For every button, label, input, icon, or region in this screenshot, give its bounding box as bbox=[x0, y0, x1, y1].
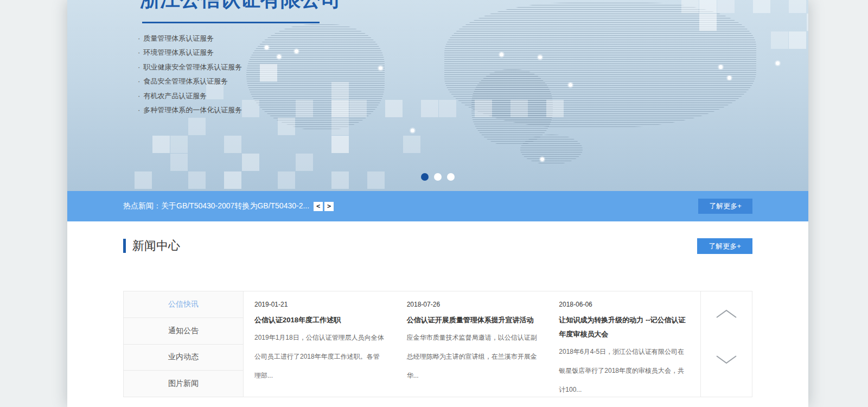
mosaic-square-icon bbox=[331, 100, 349, 117]
carousel-dot[interactable] bbox=[421, 173, 429, 181]
tab-label: 图片新闻 bbox=[168, 379, 199, 389]
carousel-dots bbox=[67, 173, 808, 181]
mosaic-square-icon bbox=[717, 0, 735, 13]
hero-banner: 浙江公信认证有限公司 ·质量管理体系认证服务·环境管理体系认证服务·职业健康安全… bbox=[67, 0, 808, 191]
bullet-icon: · bbox=[138, 106, 140, 114]
mosaic-square-icon bbox=[224, 136, 241, 153]
map-marker-icon bbox=[295, 49, 298, 53]
mosaic-square-icon bbox=[331, 136, 349, 153]
mosaic-square-icon bbox=[331, 118, 349, 135]
mosaic-square-icon bbox=[681, 0, 699, 13]
mosaic-square-icon bbox=[349, 100, 367, 117]
map-marker-icon bbox=[538, 55, 542, 59]
scroll-up-button[interactable] bbox=[716, 309, 737, 318]
news-title: 公信认证开展质量管理体系提升宣讲活动 bbox=[407, 313, 538, 327]
page: 浙江公信认证有限公司 ·质量管理体系认证服务·环境管理体系认证服务·职业健康安全… bbox=[67, 0, 808, 407]
ticker-more-button[interactable]: 了解更多+ bbox=[698, 199, 752, 214]
map-marker-icon bbox=[379, 66, 382, 70]
service-item: ·食品安全管理体系认证服务 bbox=[138, 74, 242, 88]
mosaic-square-icon bbox=[278, 118, 295, 135]
mosaic-square-icon bbox=[439, 100, 456, 117]
mosaic-square-icon bbox=[421, 100, 438, 117]
news-section: 新闻中心 了解更多+ 公信快讯 通知公告 业内动态 图片新闻 2019-01-2… bbox=[67, 238, 808, 397]
news-excerpt: 2018年6月4-5日，浙江公信认证有限公司在银星饭店举行了2018年度的审核员… bbox=[559, 342, 690, 397]
ticker-next-button[interactable]: > bbox=[324, 202, 334, 211]
service-item: ·环境管理体系认证服务 bbox=[138, 46, 242, 60]
mosaic-square-icon bbox=[403, 136, 420, 153]
service-label: 食品安全管理体系认证服务 bbox=[143, 77, 228, 85]
news-item[interactable]: 2019-01-21 公信认证2018年度工作述职 2019年1月18日，公信认… bbox=[244, 291, 396, 397]
section-title: 新闻中心 bbox=[132, 238, 180, 254]
news-tab[interactable]: 业内动态 bbox=[124, 345, 243, 371]
map-marker-icon bbox=[776, 61, 780, 65]
map-marker-icon bbox=[719, 65, 723, 69]
mosaic-square-icon bbox=[296, 100, 313, 117]
chevron-down-icon bbox=[716, 355, 737, 364]
news-tab[interactable]: 公信快讯 bbox=[124, 291, 243, 318]
bullet-icon: · bbox=[138, 48, 140, 56]
news-excerpt: 应金华市质量技术监督局邀请，以公信认证副总经理陈晔为主讲的宣讲组，在兰溪市开展金… bbox=[407, 328, 538, 385]
news-tabs: 公信快讯 通知公告 业内动态 图片新闻 bbox=[124, 291, 244, 397]
ticker-prev-button[interactable]: < bbox=[314, 202, 323, 211]
service-label: 环境管理体系认证服务 bbox=[143, 48, 214, 56]
news-tab[interactable]: 图片新闻 bbox=[124, 371, 243, 397]
carousel-dot[interactable] bbox=[434, 173, 442, 181]
service-item: ·质量管理体系认证服务 bbox=[138, 31, 242, 46]
carousel-dot[interactable] bbox=[447, 173, 455, 181]
mosaic-square-icon bbox=[753, 0, 770, 13]
mosaic-square-icon bbox=[260, 64, 277, 81]
mosaic-square-icon bbox=[475, 100, 492, 117]
section-accent-bar bbox=[123, 239, 126, 253]
news-excerpt: 2019年1月18日，公信认证管理层人员向全体公司员工进行了2018年年度工作述… bbox=[254, 328, 385, 385]
hot-news-label: 热点新闻： bbox=[123, 201, 161, 211]
service-label: 多种管理体系的一体化认证服务 bbox=[143, 106, 242, 114]
news-cards: 2019-01-21 公信认证2018年度工作述职 2019年1月18日，公信认… bbox=[244, 291, 700, 397]
news-item[interactable]: 2018-07-26 公信认证开展质量管理体系提升宣讲活动 应金华市质量技术监督… bbox=[396, 291, 548, 397]
mosaic-square-icon bbox=[242, 100, 259, 117]
mosaic-square-icon bbox=[152, 136, 170, 153]
news-date: 2018-07-26 bbox=[407, 299, 538, 310]
news-date: 2019-01-21 bbox=[254, 299, 385, 310]
news-item[interactable]: 2018-06-06 让知识成为转换升级的动力 --记公信认证年度审核员大会 2… bbox=[548, 291, 700, 397]
world-map-shape bbox=[520, 135, 583, 164]
service-label: 质量管理体系认证服务 bbox=[143, 34, 214, 42]
mosaic-square-icon bbox=[546, 100, 564, 117]
bullet-icon: · bbox=[138, 77, 140, 85]
company-title: 浙江公信认证有限公司 bbox=[140, 0, 341, 13]
bullet-icon: · bbox=[138, 63, 140, 71]
tab-label: 公信快讯 bbox=[168, 300, 199, 309]
mosaic-square-icon bbox=[789, 31, 806, 49]
mosaic-square-icon bbox=[170, 136, 188, 153]
news-scroller bbox=[700, 291, 752, 397]
service-label: 有机农产品认证服务 bbox=[143, 92, 207, 100]
mosaic-square-icon bbox=[807, 14, 808, 31]
map-marker-icon bbox=[277, 55, 281, 59]
hot-news-headline[interactable]: 关于GB/T50430-2007转换为GB/T50430-2... bbox=[161, 201, 309, 211]
chevron-up-icon bbox=[716, 309, 737, 318]
section-more-button[interactable]: 了解更多+ bbox=[697, 238, 752, 254]
map-marker-icon bbox=[265, 46, 269, 49]
news-ticker-bar: 热点新闻： 关于GB/T50430-2007转换为GB/T50430-2... … bbox=[67, 191, 808, 221]
map-marker-icon bbox=[540, 157, 544, 161]
scroll-down-button[interactable] bbox=[716, 355, 737, 364]
section-header: 新闻中心 了解更多+ bbox=[123, 238, 752, 254]
news-box: 公信快讯 通知公告 业内动态 图片新闻 2019-01-21 公信认证2018年… bbox=[123, 291, 752, 397]
news-title: 公信认证2018年度工作述职 bbox=[254, 313, 385, 327]
service-item: ·有机农产品认证服务 bbox=[138, 89, 242, 103]
tab-label: 通知公告 bbox=[168, 326, 199, 336]
mosaic-square-icon bbox=[188, 118, 206, 135]
service-label: 职业健康安全管理体系认证服务 bbox=[143, 63, 242, 71]
ticker-nav: < > bbox=[314, 202, 334, 211]
mosaic-square-icon bbox=[242, 154, 259, 171]
mosaic-square-icon bbox=[771, 31, 788, 49]
news-tab[interactable]: 通知公告 bbox=[124, 318, 243, 345]
mosaic-square-icon bbox=[699, 0, 717, 13]
map-marker-icon bbox=[569, 83, 572, 87]
service-item: ·职业健康安全管理体系认证服务 bbox=[138, 60, 242, 74]
title-underline bbox=[142, 22, 320, 23]
bullet-icon: · bbox=[138, 92, 140, 100]
mosaic-square-icon bbox=[296, 154, 313, 171]
bullet-icon: · bbox=[138, 34, 140, 42]
map-marker-icon bbox=[411, 129, 414, 132]
mosaic-square-icon bbox=[331, 82, 349, 99]
